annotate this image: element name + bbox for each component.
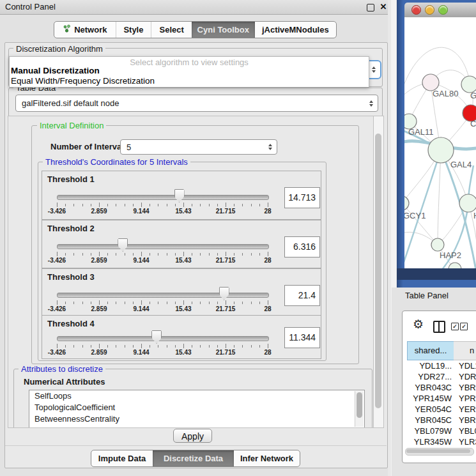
zoom-traffic-light[interactable]	[438, 5, 448, 15]
slider-tick	[133, 204, 134, 206]
network-canvas[interactable]: GAL80GACGAL11GAL4GCY1HHAP2	[404, 17, 476, 268]
tab-infer-network[interactable]: Infer Network	[234, 450, 300, 466]
table-data-combobox[interactable]: galFiltered.sif default node	[15, 95, 378, 112]
slider-tick	[209, 345, 210, 348]
column-header-name[interactable]: n	[454, 341, 476, 360]
divider	[5, 445, 387, 446]
combo-arrows-icon	[268, 144, 272, 150]
minimize-traffic-light[interactable]	[425, 5, 434, 15]
column-header-shared[interactable]: shared...	[407, 341, 454, 360]
threshold-value-field[interactable]: 14.713	[284, 187, 320, 208]
threshold-value-field[interactable]: 21.4	[284, 285, 320, 306]
slider-tick	[82, 204, 83, 206]
attribute-item[interactable]: TopologicalCoefficient	[29, 402, 364, 413]
top-tab-bar: Network Style Select Cyni Toolbox jActiv…	[54, 21, 337, 38]
settings-vertical-scrollbar[interactable]	[373, 116, 383, 427]
slider-thumb[interactable]	[151, 330, 162, 344]
tab-discretize-data[interactable]: Discretize Data	[153, 450, 234, 466]
slider-tick-labels: -3.4262.8599.14415.4321.71528	[42, 257, 321, 265]
slider-tick	[226, 203, 226, 207]
slider-tick	[234, 302, 234, 304]
checkbox-icon[interactable]: ✓	[460, 323, 468, 330]
slider-tick	[116, 345, 116, 348]
close-icon[interactable]: ✕	[378, 2, 388, 12]
attributes-list-scrollbar[interactable]	[355, 391, 364, 427]
table-row[interactable]: YER054CYER0	[403, 404, 476, 415]
slider-track[interactable]	[57, 244, 269, 249]
slider-tick	[99, 300, 100, 305]
tab-cyni-toolbox[interactable]: Cyni Toolbox	[192, 22, 255, 38]
slider-tick	[99, 344, 100, 348]
tab-style[interactable]: Style	[116, 22, 151, 38]
slider-tick	[65, 253, 66, 256]
table-row[interactable]: YBR043CYBR0	[403, 382, 476, 393]
slider-thumb[interactable]	[219, 287, 229, 300]
table-row[interactable]: YLR345WYLR3	[403, 436, 476, 447]
slider-tick	[65, 302, 66, 304]
slider-tick	[57, 203, 58, 207]
algorithm-dropdown: Select algorithm to view settings Manual…	[9, 56, 369, 88]
attribute-item[interactable]: BetweennessCentrality	[29, 413, 364, 425]
slider-thumb[interactable]	[118, 238, 128, 252]
tab-network[interactable]: Network	[54, 22, 116, 38]
num-intervals-value: 5	[121, 142, 268, 152]
float-icon[interactable]	[367, 4, 374, 12]
slider-tick	[125, 204, 125, 206]
threshold-value-field[interactable]: 11.344	[284, 327, 320, 348]
attribute-item[interactable]: SelfLoops	[29, 390, 364, 402]
slider-track[interactable]	[57, 336, 269, 341]
num-intervals-combobox[interactable]: 5	[120, 139, 277, 155]
slider-thumb[interactable]	[174, 189, 185, 203]
slider-tick	[158, 253, 158, 256]
slider-tick	[259, 302, 260, 304]
gear-icon[interactable]: ⚙	[413, 318, 424, 331]
slider-tick-label: 28	[242, 257, 293, 264]
table-row[interactable]: YBL079WYBL0	[403, 426, 476, 436]
tab-label: Network	[74, 22, 107, 38]
slider-tick	[141, 203, 142, 207]
close-traffic-light[interactable]	[411, 5, 421, 15]
apply-button[interactable]: Apply	[173, 429, 212, 443]
columns-icon[interactable]	[433, 321, 445, 333]
threshold-label: Threshold 2	[47, 224, 95, 233]
network-node[interactable]	[428, 137, 454, 163]
slider-tick	[91, 204, 91, 206]
slider-tick	[133, 345, 134, 348]
network-window-titlebar	[404, 3, 476, 18]
network-node[interactable]	[431, 238, 444, 251]
table-row[interactable]: YDL19...YDL1	[403, 360, 476, 371]
interval-definition-title: Interval Definition	[37, 121, 106, 130]
slider-tick	[209, 302, 210, 304]
network-node[interactable]	[404, 196, 409, 210]
threshold-value-field[interactable]: 6.316	[284, 236, 320, 257]
tab-jactivemnodules[interactable]: jActiveMNodules	[255, 22, 336, 38]
slider-tick	[234, 204, 234, 206]
table-row[interactable]: YBR045CYBR0	[403, 415, 476, 426]
numerical-attributes-list: SelfLoopsTopologicalCoefficientBetweenne…	[29, 390, 365, 428]
dropdown-option-manual[interactable]: Manual Discretization	[11, 66, 100, 76]
slider-tick	[217, 253, 218, 256]
slider-tick	[268, 344, 268, 348]
tab-select[interactable]: Select	[151, 22, 192, 38]
slider-tick	[150, 253, 150, 256]
network-node[interactable]	[459, 194, 476, 212]
slider-tick	[209, 204, 210, 206]
slider-track[interactable]	[57, 195, 269, 200]
checkbox-icon[interactable]: ✓	[451, 323, 459, 330]
thresholds-group-title: Threshold's Coordinates for 5 Intervals	[43, 158, 190, 166]
slider-tick-labels: -3.4262.8599.14415.4321.71528	[42, 208, 321, 215]
table-horizontal-scrollbar[interactable]	[405, 448, 474, 456]
tab-label: Infer Network	[240, 450, 293, 466]
slider-tick	[200, 302, 201, 304]
attribute-items: SelfLoopsTopologicalCoefficientBetweenne…	[29, 390, 364, 425]
slider-tick	[167, 302, 167, 304]
discretization-algorithm-title: Discretization Algorithm	[13, 45, 105, 53]
tab-label: Cyni Toolbox	[197, 22, 249, 38]
network-node-label: GCY1	[404, 211, 426, 220]
slider-track[interactable]	[57, 293, 269, 298]
table-row[interactable]: YDR27...YDR2	[403, 371, 476, 382]
tab-impute-data[interactable]: Impute Data	[91, 450, 153, 466]
slider-tick	[141, 252, 142, 256]
dropdown-option-equal-width[interactable]: Equal Width/Frequency Discretization	[11, 76, 155, 86]
table-row[interactable]: YPR145WYPR1	[403, 393, 476, 404]
